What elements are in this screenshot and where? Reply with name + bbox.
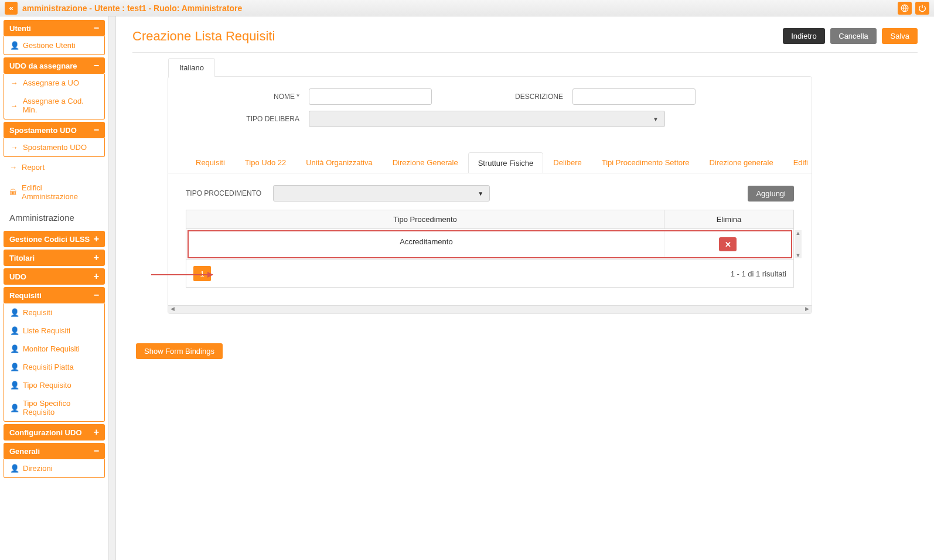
user-icon: 👤: [10, 464, 18, 473]
collapse-icon: −: [94, 61, 99, 70]
sidebar-section-titolari[interactable]: Titolari+: [4, 250, 105, 266]
sidebar-item-liste-requisiti[interactable]: 👤Liste Requisiti: [4, 322, 104, 340]
tab-edifi[interactable]: Edifi: [783, 152, 812, 173]
back-button[interactable]: «: [5, 2, 18, 15]
form-card: Italiano NOME * DESCRIZIONE TIPO DEL: [168, 76, 812, 314]
tab-direzione-generale-2[interactable]: Direzione generale: [700, 152, 783, 173]
sidebar-item-edifici[interactable]: 🏛Edifici Amministrazione: [4, 177, 105, 207]
collapse-icon: −: [94, 446, 99, 456]
sidebar-item-requisiti-piatta[interactable]: 👤Requisiti Piatta: [4, 358, 104, 376]
arrow-up-icon: ▲: [795, 230, 802, 236]
arrow-left-icon: ◀: [168, 306, 177, 313]
expand-icon: +: [94, 428, 99, 437]
user-icon: 👤: [10, 381, 18, 390]
close-icon: ✕: [725, 240, 731, 249]
expand-icon: +: [94, 272, 99, 281]
th-tipo-procedimento: Tipo Procedimento: [186, 210, 664, 228]
inner-tabs: Requisiti Tipo Udo 22 Unità Organizzativ…: [168, 152, 812, 173]
save-button[interactable]: Salva: [882, 28, 918, 44]
globe-icon[interactable]: [898, 2, 912, 15]
add-button[interactable]: Aggiungi: [748, 186, 794, 202]
user-icon: 👤: [10, 308, 18, 317]
expand-icon: +: [94, 253, 99, 262]
user-icon: 👤: [10, 344, 18, 353]
descrizione-label: DESCRIZIONE: [490, 93, 572, 101]
arrow-right-icon: ▶: [803, 306, 812, 313]
sidebar-item-requisiti[interactable]: 👤Requisiti: [4, 303, 104, 322]
card-hscroll[interactable]: ◀▶: [168, 305, 812, 313]
sidebar-item-monitor-requisiti[interactable]: 👤Monitor Requisiti: [4, 340, 104, 358]
tab-direzione-generale[interactable]: Direzione Generale: [383, 152, 468, 173]
app-title: amministrazione - Utente : test1 - Ruolo…: [22, 4, 894, 13]
results-text: 1 - 1 di 1 risultati: [731, 269, 786, 278]
tab-strutture-fisiche[interactable]: Strutture Fisiche: [468, 152, 544, 173]
sidebar-item-gestione-utenti[interactable]: 👤Gestione Utenti: [4, 36, 104, 54]
sidebar-section-udo[interactable]: UDO+: [4, 268, 105, 285]
table-vscroll[interactable]: ▲▼: [795, 230, 802, 258]
collapse-icon: −: [94, 23, 99, 33]
sidebar-label-amministrazione: Amministrazione: [4, 207, 105, 228]
data-table: Tipo Procedimento Elimina Accreditamento…: [186, 210, 794, 260]
tab-delibere[interactable]: Delibere: [543, 152, 591, 173]
user-icon: 👤: [10, 326, 18, 335]
cell-tipo-procedimento: Accreditamento: [189, 231, 664, 257]
arrow-right-icon: →: [10, 78, 18, 87]
user-icon: 👤: [10, 41, 18, 50]
tab-unita-organizzativa[interactable]: Unità Organizzativa: [296, 152, 382, 173]
tipo-delibera-select[interactable]: ▼: [309, 111, 665, 127]
sidebar-item-assegnare-codmin[interactable]: →Assegnare a Cod. Min.: [4, 92, 104, 119]
user-icon: 👤: [10, 404, 18, 412]
table-row: Accreditamento ✕: [188, 230, 792, 258]
caret-down-icon: ▼: [653, 116, 659, 122]
arrow-down-icon: ▼: [795, 252, 802, 258]
sidebar-section-udo-assegnare[interactable]: UDO da assegnare−: [4, 57, 105, 74]
sidebar-section-gestione-codici[interactable]: Gestione Codici ULSS+: [4, 231, 105, 247]
tipo-procedimento-select[interactable]: ▼: [273, 185, 490, 202]
back-button[interactable]: Indietro: [783, 28, 824, 44]
sidebar-item-spostamento-udo[interactable]: →Spostamento UDO: [4, 138, 104, 156]
sidebar-section-requisiti[interactable]: Requisiti−: [4, 287, 105, 303]
main-content: Creazione Lista Requisiti Indietro Cance…: [116, 16, 934, 560]
sidebar-section-utenti[interactable]: Utenti−: [4, 20, 105, 36]
th-elimina: Elimina: [664, 210, 793, 228]
arrow-right-icon: →: [10, 143, 18, 152]
topbar: « amministrazione - Utente : test1 - Ruo…: [0, 0, 934, 16]
sidebar-section-spostamento[interactable]: Spostamento UDO−: [4, 122, 105, 138]
language-tab[interactable]: Italiano: [168, 58, 215, 77]
sidebar-section-generali[interactable]: Generali−: [4, 443, 105, 459]
arrow-right-icon: →: [10, 101, 18, 110]
sidebar-item-direzioni[interactable]: 👤Direzioni: [4, 459, 104, 477]
tipo-delibera-label: TIPO DELIBERA: [192, 115, 309, 123]
arrow-right-icon: →: [9, 163, 17, 172]
tab-requisiti[interactable]: Requisiti: [186, 152, 235, 173]
sidebar-item-report[interactable]: →Report: [4, 157, 105, 177]
show-form-bindings-button[interactable]: Show Form Bindings: [136, 343, 223, 359]
collapse-icon: −: [94, 125, 99, 135]
tipo-procedimento-label: TIPO PROCEDIMENTO: [186, 189, 261, 197]
nome-label: NOME *: [192, 93, 309, 101]
page-title: Creazione Lista Requisiti: [132, 29, 275, 44]
sidebar-item-tipo-specifico-requisito[interactable]: 👤Tipo Specifico Requisito: [4, 394, 104, 421]
building-icon: 🏛: [9, 188, 17, 197]
sidebar: Utenti− 👤Gestione Utenti UDO da assegnar…: [0, 16, 108, 560]
power-icon[interactable]: [915, 2, 929, 15]
caret-down-icon: ▼: [478, 190, 483, 197]
tab-tipi-procedimento-settore[interactable]: Tipi Procedimento Settore: [592, 152, 700, 173]
collapse-icon: −: [94, 291, 99, 300]
delete-button[interactable]: ✕: [719, 237, 737, 251]
sidebar-section-configurazioni[interactable]: Configurazioni UDO+: [4, 424, 105, 441]
tab-tipo-udo-22[interactable]: Tipo Udo 22: [235, 152, 296, 173]
sidebar-item-tipo-requisito[interactable]: 👤Tipo Requisito: [4, 376, 104, 394]
user-icon: 👤: [10, 363, 18, 371]
expand-icon: +: [94, 234, 99, 244]
nome-input[interactable]: [309, 88, 432, 105]
descrizione-input[interactable]: [572, 88, 696, 105]
cancel-button[interactable]: Cancella: [830, 28, 877, 44]
annotation-arrow: [151, 274, 213, 275]
sidebar-item-assegnare-uo[interactable]: →Assegnare a UO: [4, 74, 104, 92]
sidebar-scrollbar[interactable]: [108, 16, 115, 560]
